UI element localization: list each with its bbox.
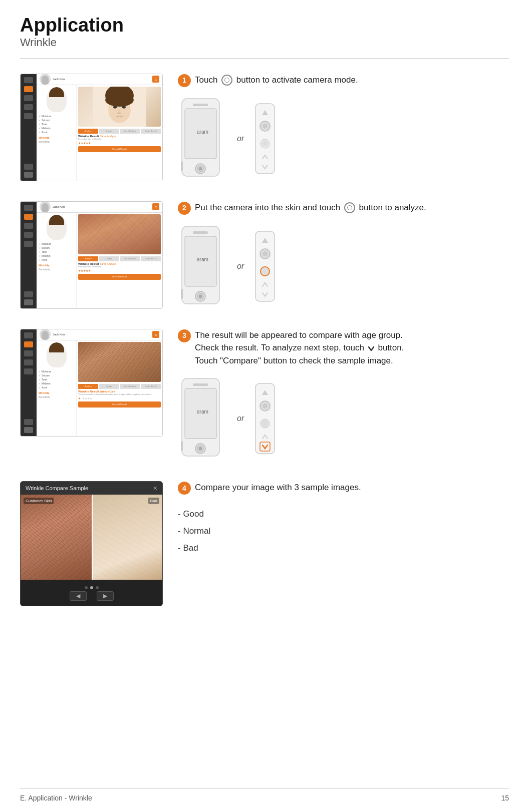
step2-sensitivity: Sensitivity [39,268,74,271]
compare-bottom: ◀ ▶ [21,580,162,606]
step3-header-bar: Jack Kim ⊙ [37,329,162,340]
step3-result-sub: The deep wrinkle is shown atthe outer co… [78,393,161,395]
step-3-instruction: 3 The result will be appeared to compare… [178,329,509,367]
step3-counter-btn: Counter Menu On [141,384,161,389]
camera-icon-2 [344,202,355,213]
step-4-instruction: 4 Compare your image with 3 sample image… [178,481,509,495]
compare-dots [85,586,99,589]
step-4-list-item-3: - Bad [178,540,509,557]
page-header: Application Wrinkle [20,15,509,49]
mockup-face-area [47,87,67,112]
step-4-text: Compare your image with 3 sample images. [195,481,509,494]
step3-show-all-btn[interactable]: Show All Results [78,401,161,408]
s3-sidebar-1 [24,332,33,338]
step3-show-btn: Show Taken Image [120,384,140,389]
step2-counter-btn: Counter Menu On [141,256,161,261]
svg-point-19 [262,141,268,146]
step3-analyze-btn: Analyze [78,384,98,389]
step-2-row: Jack Kim ⊙ ✓ Moisture ✓ Sebum ✓ Tone ✓ M… [20,201,509,309]
compare-next-btn[interactable]: ▶ [97,591,114,601]
step2-show-btn: Show Taken Image [120,256,140,261]
compare-nav-row: ◀ ▶ [70,591,114,601]
face-svg [78,87,161,127]
svg-rect-41 [181,441,183,451]
step2-compare-btn: Compare [99,256,119,261]
step3-username: Jack Kim [53,333,150,336]
face-hair [49,87,64,97]
s2-sidebar-1 [24,205,33,211]
step3-mockup-sidebar [21,329,37,436]
step-2-screenshot: Jack Kim ⊙ ✓ Moisture ✓ Sebum ✓ Tone ✓ M… [20,201,163,309]
step3-user-sil [42,331,49,340]
mockup-checklist: ✓ Moisture ✓ Sebum ✓ Tone ✓ Melanin ✓ Ac… [39,114,74,134]
counter-btn: Counter Menu On [141,129,161,134]
step-1-screenshot: Jack Kim ⊙ ✓ Moisture ✓ Sebum ✓ Tone ✓ M… [20,74,163,181]
step-2-device-area: aram or [178,224,509,309]
remote-device-1 [253,101,277,176]
s2-sidebar-3 [24,223,33,229]
compare-close-button[interactable]: × [153,484,157,492]
step-2-number: 2 [178,202,191,215]
step3-left-panel: ✓ Moisture ✓ Sebum ✓ Tone ✓ Melanin ✓ Ac… [37,340,77,436]
step-3-content: 3 The result will be appeared to compare… [178,329,509,462]
compare-prev-btn[interactable]: ◀ [70,591,87,601]
step2-mockup-sidebar [21,202,37,308]
header-divider [20,58,509,59]
step3-skin-texture [78,342,161,382]
step3-face-area [47,342,67,367]
step2-skin-photo [78,214,161,254]
step-4-compare-mockup: Wrinkle Compare Sample × Customer Skin B… [20,481,163,606]
step-1-instruction: 1 Touch button to activate camera mode. [178,74,509,87]
mockup-face-photo [78,87,161,127]
phone-device-3: aram [178,376,228,461]
user-silhouette [42,76,49,85]
chevron-down-icon [367,344,376,353]
left-skin-texture [21,495,92,580]
step-3-line3: Touch "Compare" button to check the samp… [195,356,393,365]
svg-point-47 [262,421,268,426]
step-3-or-label: or [237,414,244,423]
step2-header-bar: Jack Kim ⊙ [37,202,162,213]
step-1-content: 1 Touch button to activate camera mode. … [178,74,509,181]
step2-face-hair [49,215,64,225]
mockup-left-panel: ✓ Moisture ✓ Sebum ✓ Tone ✓ Melanin ✓ Ac… [37,85,77,181]
svg-text:aram: aram [197,409,208,415]
show-all-results-btn[interactable]: Show All Results [78,146,161,152]
step3-header-btn: ⊙ [152,331,159,338]
mockup-user-thumb [40,74,51,85]
footer-left-text: E. Application - Wrinkle [20,794,92,802]
step-2-text: Put the camera into the skin and touch b… [195,201,509,214]
svg-point-31 [262,251,268,256]
page-subtitle: Wrinkle [20,36,509,49]
sidebar-icon-settings [24,164,33,170]
step-4-row: Wrinkle Compare Sample × Customer Skin B… [20,481,509,606]
s2-sidebar-5 [24,241,33,247]
page-title: Application [20,15,509,36]
step-1-or-label: or [237,134,244,143]
step-1-row: Jack Kim ⊙ ✓ Moisture ✓ Sebum ✓ Tone ✓ M… [20,74,509,181]
compare-sample-title: Wrinkle Compare Sample [26,485,88,491]
svg-point-17 [262,124,268,129]
sidebar-icon-4 [24,104,33,110]
step2-header-btn: ⊙ [152,203,159,210]
step-4-number: 4 [178,482,191,495]
step2-wrinkle-label: Wrinkle [39,264,74,267]
sidebar-icon-5 [24,113,33,119]
step3-wrinkle-photo [78,342,161,382]
compare-mockup-header: Wrinkle Compare Sample × [21,482,162,495]
sidebar-icon-bottom [24,172,33,178]
phone-device-2: aram [178,224,228,309]
right-skin-texture [92,495,163,580]
compare-images-area: Customer Skin Bad [21,495,162,580]
mockup-header-btn: ⊙ [152,76,159,83]
step2-analyze-btn: Analyze [78,256,98,261]
svg-point-11 [199,167,202,170]
remote-device-2 [253,229,277,304]
sensitivity-label: Sensitivity [39,140,74,143]
compare-btn: Compare [99,129,119,134]
step-1-text: Touch button to activate camera mode. [195,74,509,87]
page-footer: E. Application - Wrinkle 15 [20,788,509,802]
step-3-text: The result will be appeared to compare w… [195,329,509,367]
step2-show-all-btn[interactable]: Show All Results [78,274,161,280]
step-4-list-item-2: - Normal [178,523,509,540]
